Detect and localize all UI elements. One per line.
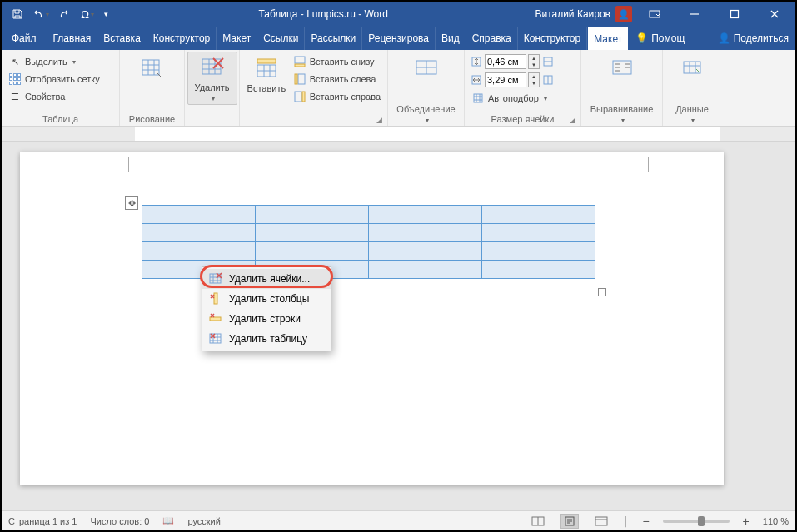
svg-rect-11: [302, 92, 305, 102]
delete-rows-item[interactable]: Удалить строки: [202, 309, 331, 329]
svg-rect-10: [295, 92, 301, 102]
insert-right-button[interactable]: Вставить справа: [291, 88, 382, 105]
page[interactable]: ✥: [20, 152, 724, 485]
svg-rect-26: [595, 517, 607, 525]
delete-table-label: Удалить таблицу: [229, 333, 307, 345]
tab-table-design[interactable]: Конструктор: [518, 27, 587, 50]
save-icon[interactable]: [7, 3, 28, 25]
align-label: Выравнивание: [590, 104, 654, 114]
read-mode-icon[interactable]: [529, 514, 547, 529]
delete-rows-icon: [209, 312, 222, 326]
svg-rect-17: [474, 94, 482, 102]
properties-button[interactable]: ☰Свойства: [7, 88, 102, 105]
tab-help[interactable]: Справка: [466, 27, 518, 50]
tab-file[interactable]: Файл: [2, 27, 47, 50]
table-move-handle[interactable]: ✥: [125, 196, 138, 210]
properties-icon: ☰: [8, 90, 22, 103]
tab-layout[interactable]: Макет: [217, 27, 257, 50]
insert-above-icon: [253, 55, 280, 82]
document-area[interactable]: ✥ Удалить ячейки... Удалить столбцы Удал…: [2, 142, 795, 510]
autofit-button[interactable]: Автоподбор▾: [470, 90, 555, 107]
rows-cols-launcher-icon[interactable]: ◢: [376, 116, 382, 124]
insert-left-label: Вставить слева: [310, 74, 376, 84]
merge-button[interactable]: [402, 53, 451, 82]
insert-button[interactable]: Вставить: [245, 53, 288, 93]
insert-below-button[interactable]: Вставить снизу: [291, 53, 382, 70]
tell-me[interactable]: 💡Помощ: [629, 27, 691, 50]
undo-icon[interactable]: ▾: [30, 3, 52, 25]
tab-references[interactable]: Ссылки: [257, 27, 305, 50]
word-count[interactable]: Число слов: 0: [90, 516, 149, 526]
print-layout-icon[interactable]: [560, 514, 579, 529]
language-indicator[interactable]: русский: [187, 516, 220, 526]
spinner-icon[interactable]: ▲▼: [528, 54, 540, 69]
distribute-rows-icon[interactable]: [541, 55, 555, 68]
zoom-level[interactable]: 110 %: [763, 516, 789, 526]
select-button[interactable]: ↖Выделить▾: [7, 53, 102, 70]
tab-table-layout[interactable]: Макет: [587, 27, 629, 50]
ruler[interactable]: [2, 127, 795, 142]
insert-label: Вставить: [247, 83, 286, 93]
maximize-icon[interactable]: [717, 2, 752, 27]
table-row: [142, 242, 595, 261]
redo-icon[interactable]: [53, 3, 75, 25]
svg-rect-21: [214, 293, 217, 304]
spellcheck-icon[interactable]: 📖: [162, 515, 174, 526]
group-draw-label: Рисование: [125, 112, 179, 124]
zoom-out-icon[interactable]: −: [642, 515, 649, 528]
close-icon[interactable]: [757, 2, 792, 27]
insert-left-button[interactable]: Вставить слева: [291, 71, 382, 87]
cellsize-launcher-icon[interactable]: ◢: [570, 116, 575, 124]
bulb-icon: 💡: [635, 32, 648, 44]
avatar[interactable]: 👤: [615, 6, 632, 22]
delete-label: Удалить: [195, 82, 230, 92]
delete-cells-item[interactable]: Удалить ячейки...: [202, 269, 331, 289]
table-resize-handle[interactable]: [598, 288, 606, 296]
draw-table-button[interactable]: [128, 53, 177, 82]
gridlines-label: Отобразить сетку: [25, 74, 100, 84]
delete-button[interactable]: Удалить▾: [187, 52, 237, 105]
tell-me-label: Помощ: [651, 32, 685, 44]
delete-rows-label: Удалить строки: [229, 313, 301, 325]
qat-customize-icon[interactable]: ▾: [100, 3, 112, 25]
ribbon-tabs: Файл Главная Вставка Конструктор Макет С…: [2, 27, 795, 50]
row-height-field[interactable]: ▲▼: [470, 53, 555, 70]
svg-rect-22: [210, 317, 221, 321]
minimize-icon[interactable]: [677, 2, 712, 27]
page-indicator[interactable]: Страница 1 из 1: [8, 516, 77, 526]
tab-view[interactable]: Вид: [436, 27, 466, 50]
delete-columns-item[interactable]: Удалить столбцы: [202, 289, 331, 309]
share-button[interactable]: 👤Поделиться: [711, 27, 795, 50]
insert-right-label: Вставить справа: [310, 92, 381, 102]
cursor-icon: ↖: [8, 55, 22, 68]
zoom-in-icon[interactable]: +: [743, 515, 750, 528]
window-title: Таблица - Lumpics.ru - Word: [112, 8, 535, 20]
web-layout-icon[interactable]: [592, 514, 610, 529]
svg-rect-5: [257, 59, 276, 63]
height-icon: [470, 55, 483, 68]
zoom-slider[interactable]: [663, 520, 730, 523]
alignment-button[interactable]: [598, 53, 646, 82]
tab-design[interactable]: Конструктор: [147, 27, 217, 50]
spinner-icon[interactable]: ▲▼: [528, 72, 540, 87]
omega-icon[interactable]: Ω▾: [77, 3, 98, 25]
svg-rect-7: [295, 64, 305, 67]
user-name[interactable]: Виталий Каиров: [535, 8, 610, 20]
gridlines-button[interactable]: Отобразить сетку: [7, 71, 102, 87]
data-icon: [679, 55, 705, 82]
tab-insert[interactable]: Вставка: [97, 27, 147, 50]
col-width-input[interactable]: [485, 72, 526, 87]
distribute-cols-icon[interactable]: [541, 73, 555, 87]
col-width-field[interactable]: ▲▼: [470, 72, 555, 88]
delete-table-item[interactable]: Удалить таблицу: [202, 329, 331, 349]
tab-mailings[interactable]: Рассылки: [305, 27, 362, 50]
ribbon-options-icon[interactable]: [637, 2, 672, 27]
data-button[interactable]: [668, 53, 716, 82]
delete-cells-icon: [209, 272, 222, 286]
tab-home[interactable]: Главная: [47, 27, 98, 50]
tab-review[interactable]: Рецензирова: [362, 27, 436, 50]
row-height-input[interactable]: [485, 54, 526, 69]
table-row: [142, 224, 595, 242]
insert-right-icon: [293, 90, 306, 103]
share-icon: 👤: [718, 32, 730, 44]
